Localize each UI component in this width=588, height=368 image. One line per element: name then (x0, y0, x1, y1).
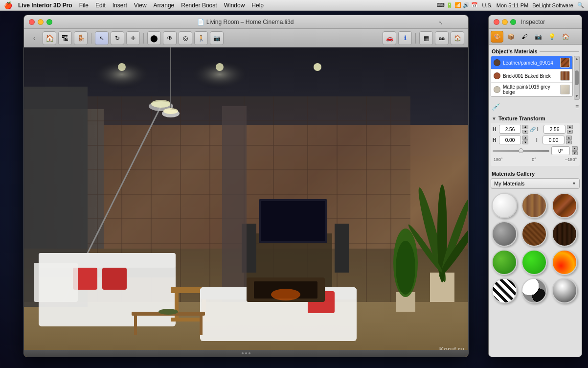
swatch-chrome[interactable] (552, 278, 577, 303)
tt-h-up[interactable]: ▲ (522, 125, 528, 129)
back-button[interactable]: ‹ (28, 33, 41, 44)
paint-tab-button[interactable]: 🖌 (518, 31, 531, 43)
walk-tool[interactable]: 🚶 (194, 31, 208, 45)
svg-rect-51 (34, 263, 78, 302)
swatch-white[interactable] (492, 193, 517, 218)
tt-w-input[interactable] (543, 125, 565, 134)
window-titlebar: 📄 Living Room – Home Cinema.li3d ⤡ (24, 15, 468, 29)
rotate-tool[interactable]: ↻ (111, 31, 124, 45)
home-tab-button[interactable]: 🏠 (559, 31, 572, 43)
swatch-brick[interactable] (552, 193, 577, 218)
tt-h-input[interactable] (499, 125, 521, 134)
minimize-button[interactable] (38, 19, 44, 25)
tt-w-up[interactable]: ▲ (567, 125, 573, 129)
eyedropper-icon[interactable]: 💉 (492, 103, 500, 111)
angle-up[interactable]: ▲ (572, 146, 578, 151)
insert-menu[interactable]: Insert (113, 2, 127, 9)
file-menu[interactable]: File (79, 2, 89, 9)
help-menu[interactable]: Help (251, 2, 264, 9)
apple-menu[interactable]: 🍎 (4, 1, 12, 9)
angle-down[interactable]: ▼ (572, 151, 578, 156)
view-menu[interactable]: View (134, 2, 147, 9)
scroll-up-button[interactable]: ▲ (575, 57, 579, 61)
material-item-1[interactable]: Leather/pamela_09014 (491, 56, 572, 69)
light-tab-button[interactable]: 💡 (545, 31, 558, 43)
tt-x-label: H (493, 138, 498, 143)
resize-handle[interactable] (24, 350, 468, 357)
exterior-button[interactable]: 🏗 (58, 31, 72, 45)
options-button[interactable]: ≡ (575, 103, 579, 110)
tt-y-up[interactable]: ▲ (566, 136, 572, 140)
arrange-menu[interactable]: Arrange (154, 2, 175, 9)
swatch-green[interactable] (492, 250, 517, 275)
tt-w-down[interactable]: ▼ (567, 130, 573, 134)
edit-menu[interactable]: Edit (95, 2, 106, 9)
material-item-3[interactable]: Matte paint/1019 grey beige (491, 83, 572, 96)
car-button[interactable]: 🚗 (383, 31, 396, 45)
angle-stepper: ▲ ▼ (572, 146, 578, 155)
materials-scrollbar[interactable]: ▲ ▼ (574, 56, 580, 100)
tt-slider-row: ▲ ▼ (493, 146, 578, 155)
view2d-button[interactable]: ▦ (419, 31, 433, 45)
inspector-maximize-button[interactable] (510, 19, 516, 25)
swatch-gray[interactable] (492, 221, 517, 247)
maximize-button[interactable] (46, 19, 52, 25)
scene-svg (24, 47, 468, 357)
inspector-toolbar: 🎨 📦 🖌 📷 💡 🏠 (489, 29, 582, 45)
material-item-2[interactable]: Brick/001 Baked Brick (491, 69, 572, 83)
eye-tool[interactable]: 👁 (163, 31, 177, 45)
main-window: 📄 Living Room – Home Cinema.li3d ⤡ ‹ 🏠 🏗… (23, 15, 469, 357)
angle-slider[interactable] (493, 150, 549, 152)
swatch-leather[interactable] (521, 221, 547, 247)
scroll-down-button[interactable]: ▼ (575, 94, 579, 98)
swatch-bright-green[interactable] (521, 250, 547, 275)
camera-tab-button[interactable]: 📷 (532, 31, 544, 43)
svg-point-66 (396, 241, 415, 295)
svg-point-4 (190, 60, 249, 89)
tt-y-input[interactable] (543, 136, 565, 144)
link-icon[interactable]: 🔗 (530, 127, 536, 132)
tt-x-up[interactable]: ▲ (522, 136, 528, 140)
tt-h-stepper: ▲ ▼ (522, 125, 528, 134)
camera-tool[interactable]: 📷 (210, 31, 224, 45)
window-menu[interactable]: Window (224, 2, 245, 9)
move-tool[interactable]: ✛ (126, 31, 140, 45)
tt-x-down[interactable]: ▼ (522, 140, 528, 145)
gallery-dropdown[interactable]: My Materials ▼ (491, 178, 580, 189)
app-name-menu[interactable]: Live Interior 3D Pro (18, 2, 72, 9)
texture-transform-header: ▼ Texture Transform (491, 114, 580, 123)
scene-viewport[interactable]: Koruf.ru (24, 47, 468, 357)
tt-w-label: I (537, 127, 542, 132)
swatch-fire[interactable] (552, 250, 577, 275)
svg-rect-49 (200, 316, 203, 335)
swatch-darkwood[interactable] (552, 221, 577, 247)
object-tab-button[interactable]: 📦 (504, 31, 517, 43)
angle-input[interactable] (551, 146, 570, 155)
select-tool[interactable]: ↖ (95, 31, 109, 45)
render-boost-menu[interactable]: Render Boost (181, 2, 217, 9)
inspector-close-button[interactable] (494, 19, 499, 25)
angle-slider-thumb[interactable] (519, 148, 523, 153)
info-button[interactable]: ℹ (398, 31, 412, 45)
tt-x-input[interactable] (499, 136, 521, 144)
swatch-wood[interactable] (521, 193, 547, 218)
interior-button[interactable]: 🪑 (74, 31, 88, 45)
inspector-minimize-button[interactable] (502, 19, 508, 25)
render-button[interactable]: 🏠 (451, 31, 464, 45)
resize-dots (242, 352, 250, 354)
swatch-zebra[interactable] (492, 278, 517, 303)
close-button[interactable] (29, 19, 35, 25)
search-icon[interactable]: 🔍 (577, 2, 584, 8)
house-view-button[interactable]: 🏘 (435, 31, 449, 45)
tt-y-down[interactable]: ▼ (566, 140, 572, 145)
floorplan-button[interactable]: 🏠 (43, 31, 56, 45)
swatch-spot[interactable] (521, 278, 547, 303)
slider-label-mid: 0° (532, 157, 536, 162)
sphere-tool[interactable]: ⬤ (147, 31, 161, 45)
tt-h-down[interactable]: ▼ (522, 130, 528, 134)
material-tab-button[interactable]: 🎨 (491, 31, 503, 43)
light-tab-icon: 💡 (548, 33, 556, 40)
scroll-thumb[interactable] (575, 70, 579, 85)
orbit-tool[interactable]: ◎ (179, 31, 192, 45)
collapse-icon[interactable]: ▼ (492, 116, 497, 121)
